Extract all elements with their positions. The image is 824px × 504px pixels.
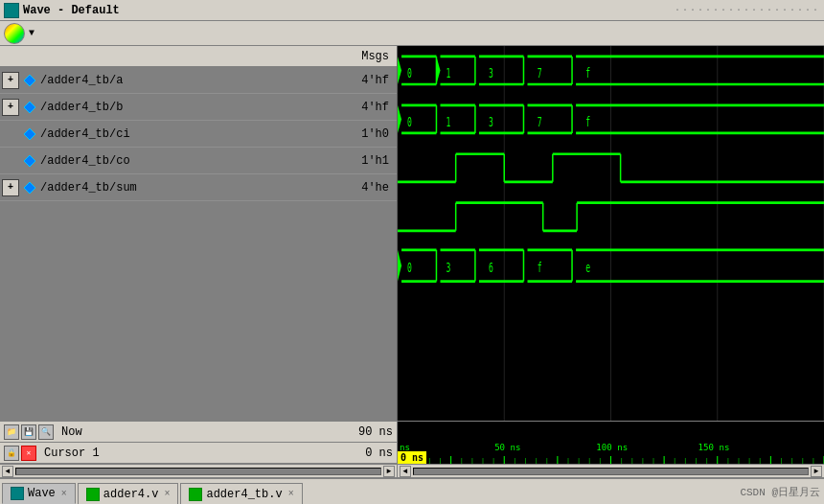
status-icons-row1: 📁 💾 🔍 [4,424,54,440]
signal-row[interactable]: /adder4_tb/co 1'h1 [0,148,397,174]
dropdown-arrow[interactable]: ▼ [29,28,34,38]
signal-expand-ci [2,126,19,143]
svg-text:0: 0 [407,260,412,276]
signal-list: + /adder4_tb/a 4'hf + /adder4_tb/b 4'hf [0,67,397,421]
signal-value-co: 1'h1 [339,154,397,168]
svg-marker-66 [398,250,401,282]
svg-text:f: f [585,113,590,129]
scrollbar-right: ◄ ► [398,465,824,477]
signal-diamond-co [23,154,36,168]
signal-expand-b[interactable]: + [2,99,19,116]
svg-text:1: 1 [446,113,451,129]
status-now-label: Now [61,425,82,439]
svg-marker-0 [24,75,35,86]
scrollbar-area: ◄ ► ◄ ► [0,464,824,477]
tab-adder4v-icon [86,488,100,501]
toolbar: ▼ [0,21,824,46]
tab-adder4v-close[interactable]: × [164,489,170,499]
signal-name-ci: /adder4_tb/ci [40,127,339,141]
svg-text:150 ns: 150 ns [698,443,730,452]
title-bar-grip: ··················· [675,5,820,15]
status-area: 📁 💾 🔍 Now 90 ns 🔒 [0,421,824,464]
signal-value-b: 4'hf [339,101,397,114]
status-icon-lock[interactable]: 🔒 [4,446,19,461]
svg-text:f: f [585,64,590,80]
status-row-cursor: 🔒 ✕ Cursor 1 0 ns [0,443,397,464]
signal-expand-co [2,152,19,170]
main-container: ▼ Msgs + /adder4_tb/a 4'hf [0,21,824,477]
timeline-svg: ns 50 ns 100 ns 150 ns [398,422,824,464]
scrollbar-track-h[interactable] [15,468,381,475]
status-now-value: 90 ns [358,425,393,439]
signal-row[interactable]: + /adder4_tb/a 4'hf [0,67,397,94]
status-cursor-value: 0 ns [365,447,393,460]
waveform-svg: 0 1 3 7 [398,46,824,421]
watermark: CSDN @日星月云 [740,485,824,499]
status-icon-folder[interactable]: 📁 [4,424,19,440]
svg-text:3: 3 [489,113,493,129]
signal-value-sum: 4'he [339,181,397,195]
tab-wave-close[interactable]: × [61,489,67,499]
title-bar: Wave - Default ··················· [0,0,824,21]
scroll-wave-left-btn[interactable]: ◄ [400,466,411,477]
content-area: Msgs + /adder4_tb/a 4'hf + [0,46,824,421]
signal-diamond-sum [23,181,36,195]
title-bar-icon [4,3,19,18]
signal-name-a: /adder4_tb/a [40,74,339,87]
status-left: 📁 💾 🔍 Now 90 ns 🔒 [0,422,398,464]
signal-row[interactable]: + /adder4_tb/sum 4'he [0,174,397,201]
svg-text:3: 3 [446,260,451,276]
scroll-wave-right-btn[interactable]: ► [811,466,822,477]
signal-name-co: /adder4_tb/co [40,154,339,168]
svg-marker-1 [24,102,35,113]
status-timeline: ns 50 ns 100 ns 150 ns 0 ns [398,422,824,464]
signal-row[interactable]: /adder4_tb/ci 1'h0 [0,121,397,148]
title-bar-text: Wave - Default [23,4,120,17]
status-icon-save[interactable]: 💾 [21,424,36,440]
svg-text:0: 0 [407,113,412,129]
tab-adder4tbv-icon [189,488,202,501]
signal-name-b: /adder4_tb/b [40,101,339,114]
signal-list-header: Msgs [0,46,397,67]
svg-text:e: e [585,260,590,276]
wave-display: 0 1 3 7 [398,46,824,421]
svg-text:3: 3 [489,64,493,80]
signal-header-msgs-label: Msgs [339,50,397,63]
svg-text:7: 7 [538,113,542,129]
color-wheel-icon[interactable] [4,23,25,44]
tab-wave[interactable]: Wave × [2,483,76,504]
tab-adder4tbv-close[interactable]: × [288,489,294,499]
tab-adder4v[interactable]: adder4.v × [78,483,179,504]
svg-text:50 ns: 50 ns [494,443,520,452]
scrollbar-track-wave[interactable] [413,468,809,475]
tab-adder4tbv-label: adder4_tb.v [206,488,282,501]
signal-expand-sum[interactable]: + [2,179,19,196]
status-icon-zoom[interactable]: 🔍 [38,424,54,440]
scrollbar-left: ◄ ► [0,465,398,477]
status-icon-cursor[interactable]: ✕ [21,446,36,461]
svg-text:0: 0 [407,64,412,80]
svg-marker-30 [398,105,401,133]
scroll-left-btn[interactable]: ◄ [2,466,13,477]
status-cursor-label: Cursor 1 [44,447,100,460]
svg-marker-2 [24,128,35,140]
scroll-right-btn[interactable]: ► [383,466,395,477]
svg-marker-3 [24,155,35,167]
svg-text:6: 6 [489,260,493,276]
signal-diamond-ci [23,127,36,141]
signal-empty-area [0,201,397,297]
svg-text:7: 7 [538,64,542,80]
signal-diamond-b [23,101,36,114]
status-icons-row2: 🔒 ✕ [4,446,36,461]
wave-panel: 0 1 3 7 [398,46,824,421]
tab-bar: Wave × adder4.v × adder4_tb.v × CSDN @日星… [0,477,824,504]
tab-wave-label: Wave [28,487,56,500]
signal-value-ci: 1'h0 [339,127,397,141]
svg-text:100 ns: 100 ns [596,443,628,452]
signal-diamond-a [23,74,36,87]
cursor-time-label: 0 ns [398,451,426,464]
svg-text:1: 1 [446,64,451,80]
signal-row[interactable]: + /adder4_tb/b 4'hf [0,94,397,121]
tab-adder4tbv[interactable]: adder4_tb.v × [180,483,302,504]
signal-expand-a[interactable]: + [2,72,19,89]
